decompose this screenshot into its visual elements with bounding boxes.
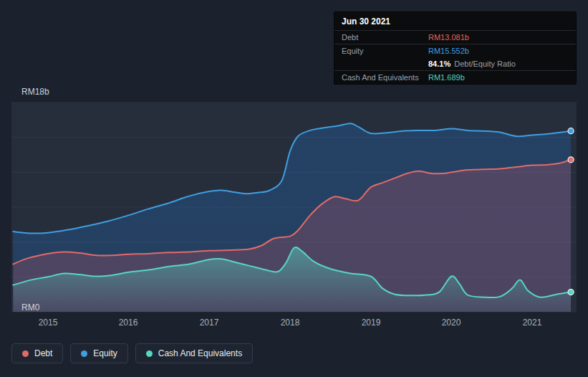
chart-svg	[11, 102, 577, 312]
legend-equity-label: Equity	[93, 348, 117, 358]
x-axis-label-2019: 2019	[357, 318, 385, 328]
legend-item-debt[interactable]: Debt	[11, 343, 63, 363]
cash-and-equivalents-endpoint-dot	[568, 290, 574, 295]
tooltip-ratio-row: 84.1%Debt/Equity Ratio	[334, 57, 576, 70]
legend-debt-label: Debt	[34, 348, 52, 358]
y-axis-min-label: RM0	[21, 302, 39, 312]
tooltip-ratio-value: 84.1%	[428, 59, 450, 68]
equity-endpoint-dot	[568, 128, 574, 134]
debt-equity-history-chart-page: Jun 30 2021 Debt RM13.081b Equity RM15.5…	[0, 0, 588, 377]
tooltip-debt-label: Debt	[342, 33, 428, 42]
x-axis-label-2017: 2017	[195, 318, 223, 328]
tooltip-debt-value: RM13.081b	[428, 33, 469, 42]
x-axis-label-2020: 2020	[437, 318, 466, 328]
tooltip-cash-label: Cash And Equivalents	[342, 73, 428, 82]
tooltip-cash-value: RM1.689b	[428, 73, 465, 82]
x-axis-label-2016: 2016	[114, 318, 143, 328]
legend-cash-label: Cash And Equivalents	[158, 348, 242, 358]
tooltip-equity-value: RM15.552b	[428, 47, 469, 55]
chart-plot-area[interactable]	[11, 102, 577, 312]
x-axis-label-2021: 2021	[518, 318, 546, 328]
debt-endpoint-dot	[568, 157, 574, 163]
chart-tooltip: Jun 30 2021 Debt RM13.081b Equity RM15.5…	[334, 11, 577, 85]
tooltip-equity-label: Equity	[342, 47, 428, 55]
legend-item-equity[interactable]: Equity	[70, 343, 127, 363]
legend-item-cash[interactable]: Cash And Equivalents	[135, 343, 253, 363]
legend: Debt Equity Cash And Equivalents	[11, 343, 253, 363]
tooltip-date: Jun 30 2021	[334, 12, 576, 30]
tooltip-cash-row: Cash And Equivalents RM1.689b	[334, 70, 576, 84]
equity-legend-dot-icon	[81, 350, 87, 357]
x-axis: 2015201620172018201920202021	[11, 318, 577, 329]
y-axis-max-label: RM18b	[21, 87, 49, 97]
x-axis-label-2015: 2015	[34, 318, 62, 328]
tooltip-ratio-label: Debt/Equity Ratio	[454, 59, 516, 68]
debt-legend-dot-icon	[22, 350, 29, 357]
x-axis-label-2018: 2018	[276, 318, 304, 328]
cash-legend-dot-icon	[146, 350, 153, 357]
tooltip-equity-row: Equity RM15.552b	[334, 44, 576, 57]
tooltip-debt-row: Debt RM13.081b	[334, 30, 576, 44]
